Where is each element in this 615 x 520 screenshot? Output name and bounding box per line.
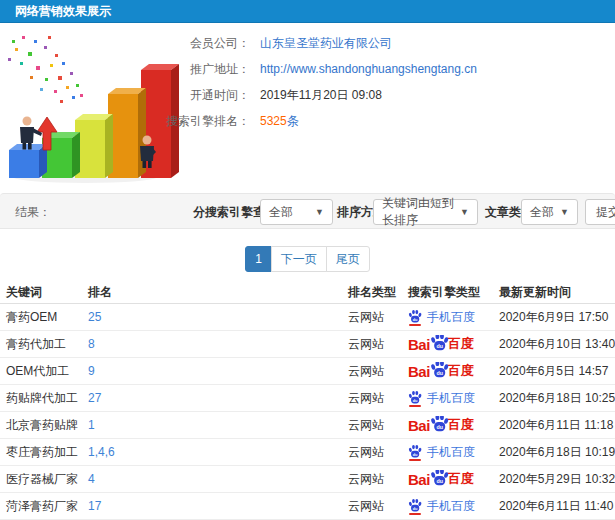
keyword-cell: 膏药代加工 (0, 336, 82, 353)
table-row: 膏药OEM25云网站 du 手机百度2020年6月9日 17:50 (0, 304, 615, 331)
mobile-baidu-logo: du 手机百度 (408, 498, 475, 515)
promo-url-link[interactable]: http://www.shandonghuangshengtang.cn (260, 62, 477, 76)
page-1-button[interactable]: 1 (245, 246, 272, 272)
engine-type-cell: Bai du 百度 (402, 335, 493, 354)
engine-filter-select[interactable]: 全部 ▼ (260, 199, 333, 225)
update-time-cell: 2020年6月11日 11:18 (493, 417, 615, 434)
header-rank-type: 排名类型 (342, 284, 402, 301)
baidu-paw-icon: du (408, 498, 422, 512)
svg-text:du: du (413, 397, 418, 402)
article-type-value: 全部 (530, 204, 554, 221)
company-link[interactable]: 山东皇圣堂药业有限公司 (260, 35, 392, 52)
baidu-logo: Bai du 百度 (408, 470, 474, 489)
rank-type-cell: 云网站 (342, 417, 402, 434)
keyword-cell: 北京膏药贴牌 (0, 417, 82, 434)
update-time-cell: 2020年6月5日 14:57 (493, 363, 615, 380)
rank-type-cell: 云网站 (342, 309, 402, 326)
keyword-cell: OEM代加工 (0, 363, 82, 380)
mobile-baidu-paw-icon: du (408, 390, 422, 407)
header-rank: 排名 (82, 284, 342, 301)
svg-text:du: du (436, 423, 443, 429)
mobile-baidu-logo: du 手机百度 (408, 309, 475, 326)
page-title: 网络营销效果展示 (15, 3, 111, 20)
submit-button[interactable]: 提交 (585, 199, 615, 225)
table-row: 菏泽膏药厂家17云网站 du 手机百度2020年6月11日 11:40 (0, 493, 615, 520)
keyword-cell: 医疗器械厂家 (0, 471, 82, 488)
promo-url-label: 推广地址： (158, 61, 250, 78)
company-row: 会员公司： 山东皇圣堂药业有限公司 (158, 35, 477, 51)
svg-text:du: du (413, 316, 418, 321)
svg-text:du: du (436, 369, 443, 375)
rank-link[interactable]: 17 (82, 499, 342, 513)
table-row: OEM代加工9云网站 Bai du 百度2020年6月5日 14:57 (0, 358, 615, 385)
baidu-paw-icon: du (430, 362, 449, 378)
update-time-cell: 2020年6月10日 13:40 (493, 336, 615, 353)
engine-rank-count: 5325 (260, 114, 287, 128)
svg-text:du: du (413, 451, 418, 456)
bar-orange (108, 88, 146, 178)
rank-link[interactable]: 4 (82, 472, 342, 486)
sort-value: 关键词由短到长排序 (382, 195, 454, 229)
baidu-logo: Bai du 百度 (408, 362, 474, 381)
caret-down-icon: ▼ (554, 207, 569, 217)
engine-type-cell: Bai du 百度 (402, 470, 493, 489)
baidu-wordmark: Bai (408, 363, 430, 380)
engine-name-label: 百度 (448, 470, 474, 488)
engine-type-cell: Bai du 百度 (402, 362, 493, 381)
rank-type-cell: 云网站 (342, 363, 402, 380)
svg-text:du: du (436, 477, 443, 483)
member-info: 会员公司： 山东皇圣堂药业有限公司 推广地址： http://www.shand… (158, 35, 477, 139)
red-underline (409, 513, 421, 515)
rank-link[interactable]: 1 (82, 418, 342, 432)
open-time-label: 开通时间： (158, 87, 250, 104)
mobile-baidu-paw-icon: du (408, 309, 422, 326)
mobile-baidu-paw-icon: du (408, 444, 422, 461)
keyword-cell: 膏药OEM (0, 309, 82, 326)
engine-type-cell: du 手机百度 (402, 309, 493, 326)
engine-name-label: 百度 (448, 335, 474, 353)
article-type-select[interactable]: 全部 ▼ (521, 199, 578, 225)
rank-link[interactable]: 25 (82, 310, 342, 324)
next-page-button[interactable]: 下一页 (271, 246, 327, 272)
last-page-button[interactable]: 尾页 (326, 246, 370, 272)
bar-yellow (75, 114, 113, 178)
baidu-paw-icon: du (408, 390, 422, 404)
mobile-baidu-paw-icon: du (408, 498, 422, 515)
engine-rank-label: 搜索引擎排名： (158, 113, 250, 130)
baidu-wordmark: Bai (408, 417, 430, 434)
filter-bar: 结果： 分搜索引擎查看 全部 ▼ 排序方式 关键词由短到长排序 ▼ 文章类型 全… (0, 193, 615, 229)
rank-link[interactable]: 27 (82, 391, 342, 405)
rank-link[interactable]: 9 (82, 364, 342, 378)
table-body: 膏药OEM25云网站 du 手机百度2020年6月9日 17:50膏药代加工8云… (0, 304, 615, 520)
rank-type-cell: 云网站 (342, 471, 402, 488)
baidu-paw-icon: du (408, 309, 422, 323)
rank-link[interactable]: 1,4,6 (82, 445, 342, 459)
caret-down-icon: ▼ (454, 207, 469, 217)
engine-name-label: 手机百度 (427, 444, 475, 461)
keyword-cell: 枣庄膏药加工 (0, 444, 82, 461)
baidu-logo: Bai du 百度 (408, 335, 474, 354)
table-row: 枣庄膏药加工1,4,6云网站 du 手机百度2020年6月18日 10:19 (0, 439, 615, 466)
baidu-paw-icon: du (430, 335, 449, 351)
header-update-time: 最新更新时间 (493, 284, 615, 301)
baidu-logo: Bai du 百度 (408, 416, 474, 435)
update-time-cell: 2020年6月18日 10:19 (493, 444, 615, 461)
rank-link[interactable]: 8 (82, 337, 342, 351)
engine-name-label: 手机百度 (427, 498, 475, 515)
engine-name-label: 百度 (448, 416, 474, 434)
update-time-cell: 2020年6月9日 17:50 (493, 309, 615, 326)
rank-type-cell: 云网站 (342, 390, 402, 407)
red-underline (409, 405, 421, 407)
open-time-row: 开通时间： 2019年11月20日 09:08 (158, 87, 477, 103)
keyword-cell: 药贴牌代加工 (0, 390, 82, 407)
svg-text:du: du (413, 505, 418, 510)
result-label: 结果： (15, 194, 51, 230)
header-engine-type: 搜索引擎类型 (402, 284, 493, 301)
svg-text:du: du (436, 342, 443, 348)
titlebar: 网络营销效果展示 (0, 0, 615, 23)
keyword-cell: 菏泽膏药厂家 (0, 498, 82, 515)
sort-select[interactable]: 关键词由短到长排序 ▼ (373, 199, 478, 225)
update-time-cell: 2020年5月29日 10:32 (493, 471, 615, 488)
confetti-dots (8, 36, 83, 103)
company-label: 会员公司： (158, 35, 250, 52)
